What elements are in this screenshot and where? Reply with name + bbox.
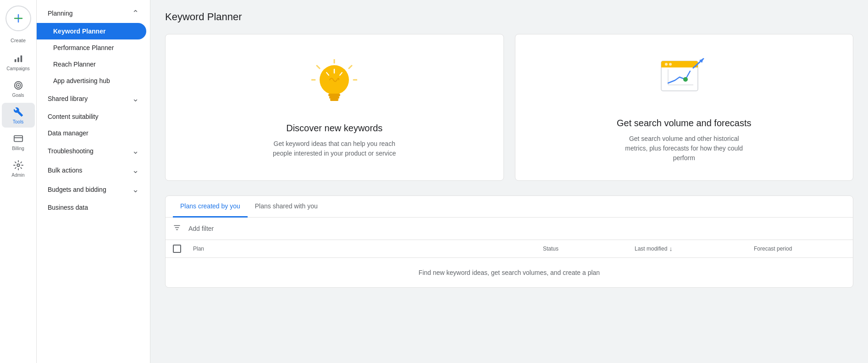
sidebar-item-billing[interactable]: Billing [2, 129, 35, 154]
column-checkbox [173, 245, 193, 253]
page-title: Keyword Planner [165, 11, 853, 23]
sort-icon: ↓ [669, 245, 672, 252]
nav-item-keyword-planner[interactable]: Keyword Planner [37, 23, 146, 39]
nav-item-app-advertising-hub[interactable]: App advertising hub [37, 73, 150, 89]
nav-section-data-manager[interactable]: Data manager [37, 125, 150, 141]
column-last-modified[interactable]: Last modified ↓ [635, 245, 754, 253]
nav-item-performance-planner[interactable]: Performance Planner [37, 39, 150, 56]
filter-bar: Add filter [166, 218, 853, 240]
svg-rect-8 [14, 136, 22, 142]
sidebar: Planning ⌃ Keyword Planner Performance P… [37, 0, 150, 363]
plans-section: Plans created by you Plans shared with y… [165, 195, 853, 288]
svg-rect-15 [328, 94, 340, 96]
nav-section-content-suitability[interactable]: Content suitability [37, 108, 150, 125]
campaigns-label: Campaigns [6, 66, 30, 72]
nav-section-troubleshooting[interactable]: Troubleshooting ⌄ [37, 141, 150, 161]
troubleshooting-chevron-icon: ⌄ [132, 146, 139, 156]
discover-keywords-desc: Get keyword ideas that can help you reac… [270, 139, 398, 158]
nav-section-bulk-actions[interactable]: Bulk actions ⌄ [37, 161, 150, 180]
svg-point-30 [683, 77, 688, 82]
svg-point-27 [669, 63, 672, 66]
admin-label: Admin [11, 173, 24, 178]
sidebar-item-campaigns[interactable]: Campaigns [2, 50, 35, 74]
svg-rect-16 [329, 96, 339, 99]
plans-tabs: Plans created by you Plans shared with y… [166, 196, 853, 218]
svg-line-20 [349, 66, 352, 68]
discover-keywords-card[interactable]: Discover new keywords Get keyword ideas … [165, 34, 504, 181]
planning-chevron-icon: ⌃ [132, 8, 139, 18]
cards-row: Discover new keywords Get keyword ideas … [165, 34, 853, 181]
search-volume-card[interactable]: Get search volume and forecasts Get sear… [515, 34, 854, 181]
budgets-chevron-icon: ⌄ [132, 184, 139, 195]
discover-keywords-icon [307, 57, 362, 112]
svg-point-7 [17, 84, 19, 86]
shared-library-chevron-icon: ⌄ [132, 94, 139, 104]
goals-label: Goals [12, 93, 24, 98]
svg-point-10 [17, 164, 20, 167]
nav-section-planning[interactable]: Planning ⌃ [37, 4, 150, 23]
column-forecast-period: Forecast period [754, 245, 846, 253]
create-button[interactable] [6, 6, 31, 31]
table-empty-message: Find new keyword ideas, get search volum… [166, 258, 853, 287]
sidebar-item-goals[interactable]: Goals [2, 76, 35, 101]
search-volume-title: Get search volume and forecasts [617, 118, 751, 128]
select-all-checkbox[interactable] [173, 245, 181, 253]
column-plan: Plan [193, 245, 543, 253]
discover-keywords-title: Discover new keywords [286, 123, 382, 134]
table-header: Plan Status Last modified ↓ Forecast per… [166, 240, 853, 258]
goals-icon [13, 80, 24, 91]
sidebar-item-admin[interactable]: Admin [2, 156, 35, 181]
nav-item-reach-planner[interactable]: Reach Planner [37, 56, 150, 73]
svg-rect-17 [330, 99, 338, 101]
bulk-actions-chevron-icon: ⌄ [132, 165, 139, 175]
campaigns-icon [13, 53, 24, 64]
sidebar-item-tools[interactable]: Tools [2, 103, 35, 128]
svg-rect-4 [20, 56, 22, 62]
tools-icon [13, 106, 24, 117]
svg-rect-2 [14, 59, 16, 62]
main-content: Keyword Planner [150, 0, 868, 363]
nav-section-shared-library[interactable]: Shared library ⌄ [37, 89, 150, 108]
svg-rect-3 [17, 57, 19, 62]
nav-section-business-data[interactable]: Business data [37, 199, 150, 216]
search-volume-icon [657, 52, 712, 107]
tools-label: Tools [13, 119, 23, 125]
admin-icon [13, 160, 24, 171]
nav-section-budgets-bidding[interactable]: Budgets and bidding ⌄ [37, 180, 150, 199]
icon-bar: Create Campaigns Goals Tools [0, 0, 37, 363]
billing-label: Billing [12, 146, 24, 151]
tab-plans-created-by-you[interactable]: Plans created by you [173, 196, 248, 218]
add-filter-button[interactable]: Add filter [185, 223, 217, 234]
column-status: Status [543, 245, 635, 253]
create-label: Create [11, 38, 26, 43]
search-volume-desc: Get search volume and other historical m… [620, 134, 748, 163]
svg-line-19 [317, 66, 320, 68]
tab-plans-shared-with-you[interactable]: Plans shared with you [248, 196, 325, 218]
filter-icon [173, 223, 181, 234]
svg-point-26 [665, 63, 668, 66]
billing-icon [13, 133, 24, 144]
